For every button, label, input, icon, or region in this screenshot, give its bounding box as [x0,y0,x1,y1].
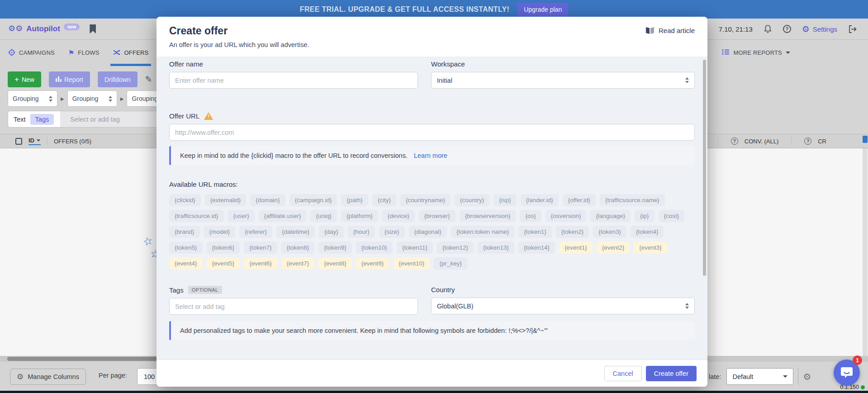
macro-chip[interactable]: {token9} [318,241,352,254]
more-reports-button[interactable]: MORE REPORTS [722,49,790,57]
logout-icon[interactable] [848,25,857,33]
macro-chip[interactable]: {size} [379,226,405,238]
tab-offers[interactable]: OFFERS [113,40,149,66]
help-icon[interactable]: ? [731,137,738,145]
macro-chip[interactable]: {lander.id} [521,194,559,206]
country-select[interactable]: Global(GLB) [431,298,695,314]
select-all-checkbox[interactable] [15,138,22,145]
tab-flows[interactable]: ⚑ FLOWS [68,40,100,66]
macro-chip[interactable]: {model} [204,226,236,238]
macro-chip[interactable]: {event3} [634,241,667,254]
macro-chip[interactable]: {ip} [635,210,655,222]
macro-chip[interactable]: {token3} [593,226,626,238]
macro-chip[interactable]: {token8} [281,241,315,254]
macro-chip[interactable]: {token10} [356,241,393,254]
macro-chip[interactable]: {token11} [397,241,433,254]
brand-name[interactable]: Autopilot [26,24,60,33]
manage-columns-button[interactable]: ⚙ Manage Columns [10,369,86,385]
macro-chip[interactable]: {pr_key} [434,257,467,270]
macro-chip[interactable]: {isp} [493,194,516,206]
macro-chip[interactable]: {token7} [244,241,277,254]
macro-chip[interactable]: {affiliate.user} [259,210,307,222]
tab-campaigns[interactable]: CAMPAIGNS [8,40,55,66]
macro-chip[interactable]: {token14} [518,241,555,254]
macro-chip[interactable]: {language} [590,210,631,222]
macro-chip[interactable]: {diagonal} [409,226,447,238]
macro-chip[interactable]: {device} [382,210,415,222]
filter-text-toggle[interactable]: Text [8,116,30,123]
macro-chip[interactable]: {token2} [556,226,589,238]
offer-url-input[interactable] [169,124,695,141]
cancel-button[interactable]: Cancel [604,366,642,381]
macro-chip[interactable]: {offer.id} [563,194,596,206]
brand[interactable]: ⚙⚙ Autopilot new [8,24,96,34]
macro-chip[interactable]: {referer} [239,226,272,238]
workspace-select[interactable]: Initial [431,72,695,89]
read-article-link[interactable]: Read article [645,27,695,34]
macro-chip[interactable]: {externalid} [205,194,247,206]
new-button[interactable]: + New [8,71,41,87]
macro-chip[interactable]: {event7} [281,257,315,270]
create-offer-button[interactable]: Create offer [646,366,697,381]
macro-chip[interactable]: {event9} [356,257,389,270]
macro-chip[interactable]: {token:token name} [451,226,514,238]
upgrade-plan-button[interactable]: Upgrade plan [517,3,568,16]
macro-chip[interactable]: {token5} [169,241,203,254]
help-icon[interactable]: ? [783,25,791,33]
macro-chip[interactable]: {event2} [597,241,630,254]
macro-chip[interactable]: {day} [319,226,344,238]
macro-chip[interactable]: {event1} [559,241,593,254]
macro-chip[interactable]: {trafficsource.name} [600,194,665,206]
macro-chip[interactable]: {token13} [478,241,514,254]
help-icon[interactable]: ? [804,137,811,145]
bookmark-icon[interactable] [90,24,96,34]
settings-button[interactable]: ⚙ Settings [802,25,837,33]
drilldown-button[interactable]: Drilldown [98,71,138,87]
macro-chip[interactable]: {path} [341,194,368,206]
macro-chip[interactable]: {campaign.id} [289,194,337,206]
modal-scrollbar-thumb[interactable] [703,60,706,276]
macro-chip[interactable]: {brand} [169,226,200,238]
column-conv-all[interactable]: CONV. (ALL) [745,138,778,145]
column-offers[interactable]: OFFERS (0/5) [54,138,91,145]
macro-chip[interactable]: {clickid} [169,194,201,206]
macro-chip[interactable]: {os} [520,210,541,222]
macro-chip[interactable]: {event4} [169,257,203,270]
template-gear-icon[interactable]: ⚙ [803,371,811,382]
macro-chip[interactable]: {datetime} [276,226,315,238]
report-button[interactable]: Report [49,71,90,87]
vertical-scrollbar[interactable] [863,148,868,356]
macro-chip[interactable]: {event10} [393,257,430,270]
macro-chip[interactable]: {trafficsource.id} [169,210,224,222]
macro-chip[interactable]: {osversion} [545,210,587,222]
macro-chip[interactable]: {country} [455,194,489,206]
macro-chip[interactable]: {event5} [207,257,240,270]
macro-chip[interactable]: {user} [228,210,255,222]
grouping-select-2[interactable]: Grouping [67,90,117,107]
macro-chip[interactable]: {browserversion} [460,210,516,222]
macro-chip[interactable]: {browser} [419,210,455,222]
filter-tags-toggle[interactable]: Tags [30,114,54,125]
edit-pencil-icon[interactable]: ✎ [145,74,152,85]
macro-chip[interactable]: {token1} [518,226,552,238]
macro-chip[interactable]: {hour} [348,226,375,238]
learn-more-link[interactable]: Learn more [414,152,447,159]
macro-chip[interactable]: {event6} [244,257,277,270]
column-id[interactable]: ID [28,137,41,145]
macro-chip[interactable]: {uniq} [310,210,337,222]
macro-chip[interactable]: {domain} [250,194,285,206]
notifications-bell-icon[interactable] [764,24,772,33]
offer-name-input[interactable] [169,72,418,89]
vertical-scrollbar-thumb[interactable] [863,136,868,143]
macro-chip[interactable]: {event8} [318,257,352,270]
column-cr[interactable]: CR [818,138,826,145]
macro-chip[interactable]: {token6} [207,241,240,254]
macro-chip[interactable]: {platform} [341,210,378,222]
macro-chip[interactable]: {city} [372,194,396,206]
macro-chip[interactable]: {token12} [437,241,474,254]
macro-chip[interactable]: {cost} [659,210,685,222]
macro-chip[interactable]: {token4} [631,226,664,238]
macro-chip[interactable]: {countryname} [400,194,451,206]
tags-input[interactable] [169,298,418,315]
grouping-select-1[interactable]: Grouping [8,90,57,107]
